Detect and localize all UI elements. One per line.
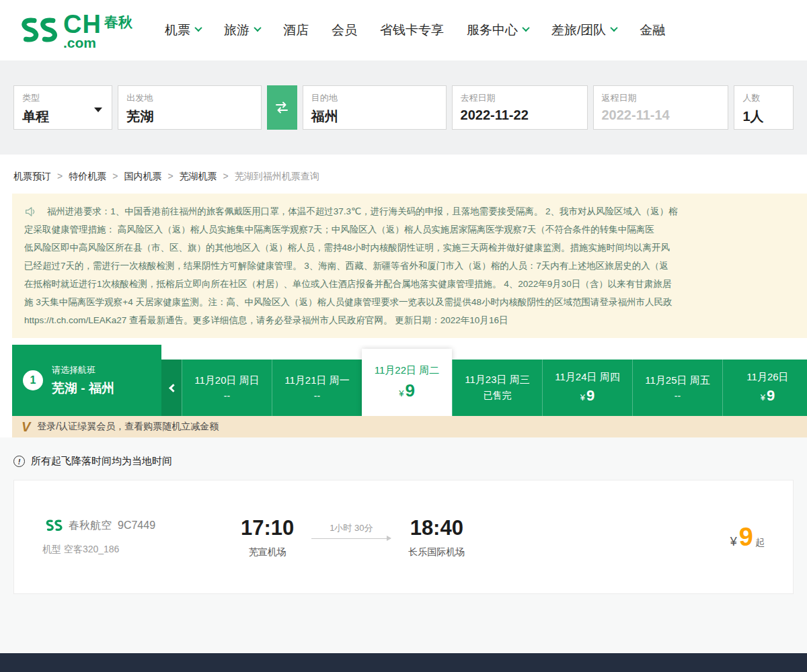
- chevron-down-icon: [522, 24, 529, 32]
- departure-city-value: 芜湖: [126, 108, 253, 126]
- airline-name: 春秋航空: [69, 519, 112, 533]
- nav-item[interactable]: 机票: [165, 22, 201, 39]
- nav-item-label: 会员: [332, 22, 357, 39]
- nav-item[interactable]: 旅游: [224, 22, 260, 39]
- return-date-input[interactable]: 返程日期 2022-11-14: [593, 85, 729, 130]
- date-tab-price: ¥9: [761, 387, 775, 405]
- return-date-label: 返程日期: [602, 92, 720, 104]
- passengers-select[interactable]: 人数 1人: [734, 85, 794, 130]
- notice-lines: 福州进港要求：1、中国香港前往福州的旅客佩戴医用口罩，体温不超过37.3℃，进行…: [24, 202, 795, 329]
- logo-text: CH 春秋 .com: [63, 11, 132, 50]
- member-banner-text: 登录/认证绿翼会员，查看购票随机立减金额: [37, 421, 219, 433]
- logo[interactable]: CH 春秋 .com: [13, 11, 132, 50]
- date-tab-price: ¥9: [580, 387, 594, 405]
- nav-item[interactable]: 省钱卡专享: [380, 22, 444, 39]
- entry-requirements-notice: 福州进港要求：1、中国香港前往福州的旅客佩戴医用口罩，体温不超过37.3℃，进行…: [12, 194, 807, 338]
- destination-city-label: 目的地: [311, 92, 438, 104]
- notice-line: https://t.ch.com/LEAKa27 查看最新通告。更多详细信息，请…: [24, 311, 795, 329]
- local-time-notice-text: 所有起飞降落时间均为当地时间: [31, 455, 172, 468]
- date-tab[interactable]: 11月26日¥9: [722, 360, 807, 416]
- date-tab-date: 11月25日 周五: [645, 374, 709, 387]
- nav-item-label: 差旅/团队: [551, 22, 606, 39]
- local-time-notice: 所有起飞降落时间均为当地时间: [13, 455, 794, 468]
- date-tab-price: --: [675, 390, 681, 401]
- breadcrumb-item[interactable]: 特价机票: [69, 171, 106, 181]
- date-tab-price: --: [224, 390, 230, 401]
- speaker-icon: [24, 206, 38, 218]
- aircraft-type: 机型 空客320_186: [42, 544, 241, 556]
- date-tab-price: 已售完: [484, 390, 512, 402]
- chevron-down-icon: [194, 24, 202, 32]
- spring-airlines-logo-icon: [13, 15, 58, 46]
- passengers-value: 1人: [742, 108, 785, 126]
- prev-dates-button[interactable]: [161, 360, 182, 416]
- breadcrumb-item[interactable]: 国内机票: [124, 171, 161, 181]
- notice-line: 福州进港要求：1、中国香港前往福州的旅客佩戴医用口罩，体温不超过37.3℃，进行…: [24, 202, 795, 220]
- nav-item[interactable]: 金融: [640, 22, 665, 39]
- header: CH 春秋 .com 机票旅游酒店会员省钱卡专享服务中心差旅/团队金融: [0, 0, 807, 60]
- step-label: 请选择航班: [52, 364, 114, 376]
- arrive-time: 18:40: [408, 516, 465, 540]
- destination-city-value: 福州: [311, 108, 438, 126]
- notice-line: 已经超过7天的，需进行一次核酸检测，结果阴性方可解除健康管理。 3、海南、西藏、…: [24, 257, 795, 275]
- date-tab[interactable]: 11月22日 周二¥9: [362, 349, 452, 416]
- nav-item[interactable]: 服务中心: [467, 22, 529, 39]
- passengers-label: 人数: [742, 92, 785, 104]
- nav-item[interactable]: 会员: [332, 22, 357, 39]
- selector-header: 1 请选择航班 芜湖 - 福州: [12, 345, 161, 416]
- flight-times: 17:10 芜宣机场 1小时 30分 18:40 长乐国际机场: [241, 516, 465, 558]
- breadcrumb-item: 芜湖到福州机票查询: [235, 171, 319, 181]
- depart-airport: 芜宣机场: [241, 546, 294, 558]
- page: CH 春秋 .com 机票旅游酒店会员省钱卡专享服务中心差旅/团队金融 类型 单…: [0, 0, 807, 672]
- member-login-banner[interactable]: V 登录/认证绿翼会员，查看购票随机立减金额: [12, 416, 807, 437]
- notice-line: 施 3天集中隔离医学观察+4 天居家健康监测。注：高、中风险区入（返）榕人员健康…: [24, 293, 795, 311]
- spring-airlines-logo-icon: [42, 518, 63, 533]
- trip-type-label: 类型: [22, 92, 104, 104]
- currency-symbol: ¥: [730, 535, 737, 549]
- date-tab[interactable]: 11月25日 周五--: [632, 360, 722, 416]
- date-tabs: 11月20日 周日--11月21日 周一--11月22日 周二¥911月23日 …: [182, 345, 807, 416]
- date-tab[interactable]: 11月21日 周一--: [272, 360, 362, 416]
- breadcrumb-item[interactable]: 机票预订: [13, 171, 51, 181]
- nav-item-label: 机票: [165, 22, 190, 39]
- nav-item[interactable]: 差旅/团队: [551, 22, 617, 39]
- footer-bar: [0, 653, 807, 672]
- date-tab-price: --: [314, 390, 320, 401]
- breadcrumb: 机票预订>特价机票>国内机票>芜湖机票>芜湖到福州机票查询: [0, 155, 807, 194]
- trip-type-value: 单程: [22, 108, 104, 126]
- destination-city-input[interactable]: 目的地 福州: [303, 85, 447, 130]
- results-area: 所有起飞降落时间均为当地时间 春秋航空 9C7449 机型 空客320_186 …: [0, 437, 807, 654]
- search-bar: 类型 单程 出发地 芜湖 目的地 福州 去程日期 2022-11-22 返程日期…: [0, 60, 807, 155]
- date-tab-date: 11月23日 周三: [465, 374, 529, 386]
- depart-date-value: 2022-11-22: [461, 108, 579, 123]
- date-tab-date: 11月26日: [746, 371, 788, 384]
- departure-city-input[interactable]: 出发地 芜湖: [118, 85, 262, 130]
- main-nav: 机票旅游酒店会员省钱卡专享服务中心差旅/团队金融: [165, 22, 665, 39]
- breadcrumb-item[interactable]: 芜湖机票: [180, 171, 217, 181]
- caret-down-icon: [94, 108, 102, 112]
- breadcrumb-separator: >: [167, 171, 173, 181]
- nav-item[interactable]: 酒店: [283, 22, 309, 39]
- logo-cn: 春秋: [104, 13, 132, 32]
- price-amount: 9: [739, 523, 753, 552]
- notice-line: 低风险区即中高风险区所在县（市、区、旗）的其他地区入（返）榕人员，需持48小时内…: [24, 239, 795, 257]
- flight-date-selector: 1 请选择航班 芜湖 - 福州 11月20日 周日--11月21日 周一--11…: [12, 345, 807, 416]
- date-tab[interactable]: 11月20日 周日--: [182, 360, 272, 416]
- swap-cities-button[interactable]: [267, 85, 297, 130]
- flight-result-card[interactable]: 春秋航空 9C7449 机型 空客320_186 17:10 芜宣机场 1小时 …: [13, 480, 794, 594]
- flight-info-column: 春秋航空 9C7449 机型 空客320_186: [42, 518, 241, 556]
- step-number: 1: [23, 370, 43, 390]
- date-tab-price: ¥9: [399, 380, 415, 401]
- depart-date-input[interactable]: 去程日期 2022-11-22: [452, 85, 588, 130]
- chevron-left-icon: [169, 384, 178, 392]
- route-label: 芜湖 - 福州: [52, 380, 114, 397]
- flight-number: 9C7449: [118, 519, 155, 532]
- flight-duration: 1小时 30分: [311, 522, 391, 534]
- depart-date-label: 去程日期: [461, 92, 579, 104]
- notice-line: 定采取健康管理措施： 高风险区入（返）榕人员实施集中隔离医学观察7天；中风险区入…: [24, 220, 795, 239]
- depart-time: 17:10: [241, 516, 294, 540]
- chevron-down-icon: [254, 24, 261, 32]
- date-tab[interactable]: 11月23日 周三已售完: [452, 360, 542, 416]
- date-tab[interactable]: 11月24日 周四¥9: [542, 360, 632, 416]
- trip-type-select[interactable]: 类型 单程: [13, 85, 112, 130]
